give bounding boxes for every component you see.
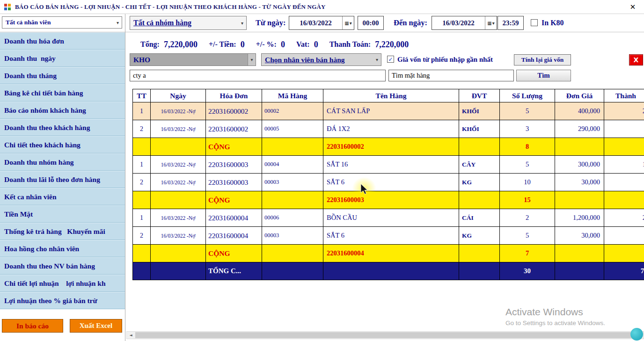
sidebar-item[interactable]: Báo cáo nhóm khách hàng: [0, 102, 125, 119]
column-header[interactable]: ĐVT: [459, 89, 500, 102]
table-cell: KHỐI: [459, 120, 500, 138]
table-cell: 8: [500, 138, 555, 156]
k80-checkbox[interactable]: [531, 19, 538, 26]
sidebar-item[interactable]: Bảng kê chi tiết bán hàng: [0, 84, 125, 102]
sidebar-item[interactable]: Doanh thu nhóm hàng: [0, 153, 125, 171]
adjust-percent-label: +/- %:: [256, 40, 277, 49]
table-cell: 30: [500, 262, 555, 280]
table-cell: SẮT 16: [323, 156, 459, 174]
to-date-picker[interactable]: 16/03/2022 ▦▾: [432, 16, 497, 30]
table-cell: 00004: [262, 156, 323, 174]
table-cell: [555, 262, 604, 280]
table-row[interactable]: 216/03/2022 -Nợ2203160000200005ĐÁ 1X2KHỐ…: [133, 120, 644, 138]
sidebar-item[interactable]: Tiền Mặt: [0, 205, 125, 223]
table-cell: [604, 120, 644, 138]
warehouse-select[interactable]: KHO ▾: [130, 53, 256, 66]
customer-search-input[interactable]: [130, 70, 386, 81]
table-row[interactable]: 116/03/2022 -Nợ2203160000300004SẮT 16CÂY…: [133, 156, 644, 174]
recalculate-cost-button[interactable]: Tính lại giá vốn: [514, 54, 571, 65]
summary-bar: Tổng: 7,220,000 +/- Tiền: 0 +/- %: 0 Vat…: [140, 37, 420, 51]
horizontal-scrollbar[interactable]: ◄ ►: [126, 331, 644, 339]
calendar-icon[interactable]: ▦▾: [342, 16, 354, 29]
column-header[interactable]: Mã Hàng: [262, 89, 323, 102]
table-cell: [133, 138, 151, 156]
to-time-field[interactable]: 23:59: [498, 16, 524, 30]
sidebar-item[interactable]: Doanh thu theo NV bán hàng: [0, 257, 125, 275]
table-cell: CỘNG: [206, 245, 262, 262]
watermark-line1: Activate Windows: [505, 306, 605, 318]
vat-label: Vat:: [296, 40, 310, 49]
export-excel-button[interactable]: Xuất Excel: [70, 319, 122, 333]
calendar-icon[interactable]: ▦▾: [485, 16, 497, 29]
sidebar-item[interactable]: Doanh thu theo khách hàng: [0, 119, 125, 136]
sidebar-item[interactable]: Doanh thu lãi lỗ theo đơn hàng: [0, 171, 125, 188]
table-cell: ĐÁ 1X2: [323, 120, 459, 138]
sidebar-item[interactable]: Chi tiết theo khách hàng: [0, 136, 125, 153]
subtotal-row[interactable]: CỘNG220316000028: [133, 138, 644, 156]
table-cell: KG: [459, 174, 500, 191]
find-button[interactable]: Tìm: [516, 70, 571, 81]
sidebar-item[interactable]: Thống kê trả hàng Khuyến mãi: [0, 223, 125, 240]
sidebar-item[interactable]: Doanh thu ngày: [0, 50, 125, 67]
table-cell: 1,200,000: [555, 209, 604, 227]
table-cell: 2: [604, 209, 644, 227]
app-icon: [4, 3, 11, 11]
column-header[interactable]: Ngày: [151, 89, 206, 102]
sidebar-item[interactable]: Hoa hồng cho nhân viên: [0, 240, 125, 257]
table-cell: KG: [459, 227, 500, 245]
payment-value: 7,220,000: [375, 40, 409, 50]
subtotal-row[interactable]: CỘNG220316000047: [133, 245, 644, 262]
close-icon[interactable]: ✕: [625, 0, 640, 14]
cost-price-checkbox[interactable]: ✓: [387, 56, 394, 63]
column-header[interactable]: TT: [133, 89, 151, 102]
table-cell: 1: [133, 102, 151, 120]
table-cell: BỒN CẦU: [323, 209, 459, 227]
column-header[interactable]: Đơn Giá: [555, 89, 604, 102]
column-header[interactable]: Tên Hàng: [323, 89, 459, 102]
sidebar-item[interactable]: Doanh thu tháng: [0, 67, 125, 84]
to-date-label: Đến ngày:: [394, 16, 427, 30]
report-table-grid: TTNgàyHóa ĐơnMã HàngTên HàngĐVTSố LượngĐ…: [132, 89, 644, 280]
table-cell: CÁI: [459, 209, 500, 227]
table-row[interactable]: 216/03/2022 -Nợ2203160000300003SẮT 6KG10…: [133, 174, 644, 191]
product-group-filter-value: Tất cả nhóm hàng: [130, 19, 238, 27]
sidebar-item[interactable]: Chi tiết lợi nhuận lợi nhuận kh: [0, 275, 125, 292]
subtotal-row[interactable]: CỘNG2203160000315: [133, 191, 644, 209]
table-cell: [262, 245, 323, 262]
column-header[interactable]: Thành: [604, 89, 644, 102]
from-date-picker[interactable]: 16/03/2022 ▦▾: [289, 16, 354, 30]
employee-filter-select[interactable]: Tất cả nhân viên ▾: [2, 16, 122, 29]
title-bar: BÁO CÁO BÁN HÀNG - LỢI NHUẬN - CHI TẾT -…: [0, 0, 644, 14]
scrollbar-thumb[interactable]: [135, 332, 635, 338]
salesperson-select[interactable]: Chọn nhân viên bán hàng ▾: [261, 53, 381, 66]
print-report-button[interactable]: In báo cáo: [2, 319, 63, 333]
close-panel-button[interactable]: X: [629, 54, 643, 65]
cost-price-checkbox-label: Giá vốn từ phiếu nhập gần nhất: [397, 53, 493, 66]
table-row[interactable]: 116/03/2022 -Nợ2203160000200002CÁT SAN L…: [133, 102, 644, 120]
table-cell: [262, 191, 323, 209]
table-cell: TỔNG C...: [206, 262, 262, 280]
from-date-label: Từ ngày:: [256, 16, 285, 30]
product-group-filter-select[interactable]: Tất cả nhóm hàng ▾: [130, 16, 247, 30]
chevron-down-icon: ▾: [248, 54, 256, 65]
sidebar-item[interactable]: Doanh thu hóa đơn: [0, 32, 125, 50]
table-cell: 16/03/2022 -Nợ: [151, 120, 206, 138]
sidebar-item[interactable]: Lợi nhuận theo % giá bán trừ: [0, 292, 125, 309]
adjust-percent-value: 0: [281, 40, 285, 50]
scroll-left-icon[interactable]: ◄: [127, 332, 135, 339]
table-cell: 00002: [262, 102, 323, 120]
item-search-input[interactable]: [388, 70, 514, 81]
column-header[interactable]: Hóa Đơn: [206, 89, 262, 102]
chevron-down-icon: ▾: [238, 21, 246, 26]
grand-total-row[interactable]: TỔNG C...307,: [133, 262, 644, 280]
from-time-field[interactable]: 00:00: [358, 16, 384, 30]
table-cell: 10: [500, 174, 555, 191]
table-cell: 7: [500, 245, 555, 262]
column-header[interactable]: Số Lượng: [500, 89, 555, 102]
table-row[interactable]: 216/03/2022 -Nợ2203160000400003SẮT 6KG53…: [133, 227, 644, 245]
sidebar-item[interactable]: Kết ca nhân viên: [0, 188, 125, 205]
corner-badge-icon: [630, 328, 643, 341]
table-cell: [262, 262, 323, 280]
table-row[interactable]: 116/03/2022 -Nợ2203160000400006BỒN CẦUCÁ…: [133, 209, 644, 227]
table-cell: [459, 138, 500, 156]
